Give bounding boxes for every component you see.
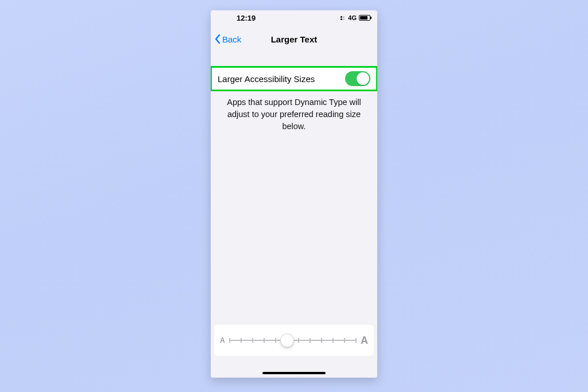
- slider-tick-icon: [275, 338, 276, 343]
- chevron-left-icon: [214, 34, 221, 44]
- battery-icon: [359, 15, 370, 21]
- phone-frame: 12:19 4G Back Larger Text Larger Accessi…: [211, 10, 377, 378]
- larger-accessibility-sizes-row: Larger Accessibility Sizes: [211, 67, 377, 91]
- slider-tick-icon: [264, 338, 265, 343]
- slider-tick-icon: [321, 338, 322, 343]
- larger-accessibility-sizes-label: Larger Accessibility Sizes: [218, 74, 315, 84]
- text-size-slider[interactable]: [230, 335, 356, 346]
- status-right-cluster: 4G: [341, 14, 370, 21]
- toggle-knob-icon: [357, 72, 369, 85]
- size-indicator-large: A: [361, 335, 368, 347]
- status-bar: 12:19 4G: [211, 10, 377, 26]
- back-button[interactable]: Back: [214, 26, 241, 52]
- dynamic-type-description: Apps that support Dynamic Type will adju…: [211, 91, 377, 133]
- slider-tick-icon: [332, 338, 334, 343]
- slider-thumb[interactable]: [280, 333, 294, 347]
- content-area: Larger Accessibility Sizes Apps that sup…: [211, 51, 377, 378]
- slider-tick-icon: [310, 338, 311, 343]
- dual-sim-icon: [341, 16, 345, 20]
- slider-tick-icon: [229, 338, 230, 343]
- back-label: Back: [222, 34, 241, 44]
- nav-bar: Back Larger Text: [211, 26, 377, 52]
- slider-tick-icon: [355, 338, 357, 343]
- larger-accessibility-sizes-toggle[interactable]: [345, 71, 370, 86]
- size-indicator-small: A: [220, 336, 225, 344]
- status-time: 12:19: [237, 14, 256, 22]
- slider-tick-icon: [252, 338, 253, 343]
- slider-tick-icon: [241, 338, 242, 343]
- slider-tick-icon: [344, 338, 345, 343]
- network-label: 4G: [348, 14, 357, 21]
- text-size-slider-panel: A A: [214, 325, 374, 356]
- slider-tick-icon: [298, 338, 299, 343]
- home-indicator[interactable]: [262, 372, 326, 374]
